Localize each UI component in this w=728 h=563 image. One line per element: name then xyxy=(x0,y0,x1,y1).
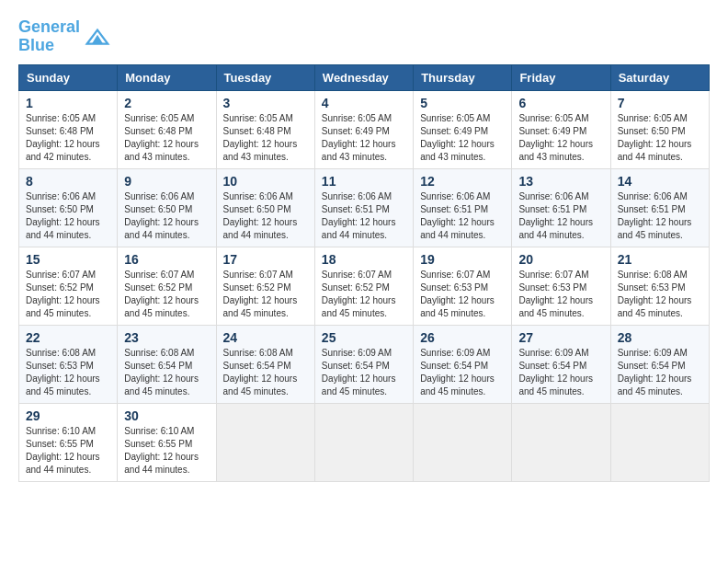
day-number: 27 xyxy=(518,330,603,345)
day-info: Sunrise: 6:06 AM Sunset: 6:51 PM Dayligh… xyxy=(618,191,692,240)
day-info: Sunrise: 6:05 AM Sunset: 6:50 PM Dayligh… xyxy=(618,113,692,162)
calendar-cell: 10 Sunrise: 6:06 AM Sunset: 6:50 PM Dayl… xyxy=(216,168,314,247)
calendar-cell: 18 Sunrise: 6:07 AM Sunset: 6:52 PM Dayl… xyxy=(314,247,413,325)
calendar-cell: 1 Sunrise: 6:05 AM Sunset: 6:48 PM Dayli… xyxy=(19,90,118,168)
day-info: Sunrise: 6:09 AM Sunset: 6:54 PM Dayligh… xyxy=(322,348,396,396)
day-info: Sunrise: 6:05 AM Sunset: 6:48 PM Dayligh… xyxy=(124,113,199,162)
calendar-cell: 24 Sunrise: 6:08 AM Sunset: 6:54 PM Dayl… xyxy=(216,325,314,403)
day-number: 13 xyxy=(518,174,603,189)
calendar-cell: 25 Sunrise: 6:09 AM Sunset: 6:54 PM Dayl… xyxy=(314,325,413,403)
calendar-cell: 26 Sunrise: 6:09 AM Sunset: 6:54 PM Dayl… xyxy=(414,325,512,403)
calendar-cell: 29 Sunrise: 6:10 AM Sunset: 6:55 PM Dayl… xyxy=(19,403,118,481)
calendar-cell: 27 Sunrise: 6:09 AM Sunset: 6:54 PM Dayl… xyxy=(512,325,610,403)
day-number: 2 xyxy=(124,96,209,110)
day-header-friday: Friday xyxy=(512,64,610,90)
day-header-monday: Monday xyxy=(118,64,216,90)
day-number: 9 xyxy=(124,174,209,189)
day-info: Sunrise: 6:07 AM Sunset: 6:52 PM Dayligh… xyxy=(26,270,100,318)
day-header-sunday: Sunday xyxy=(19,64,118,90)
page-header: General Blue xyxy=(18,18,710,55)
day-info: Sunrise: 6:05 AM Sunset: 6:49 PM Dayligh… xyxy=(518,113,593,162)
day-number: 12 xyxy=(420,174,505,189)
day-header-wednesday: Wednesday xyxy=(314,64,413,90)
day-info: Sunrise: 6:06 AM Sunset: 6:50 PM Dayligh… xyxy=(124,191,199,240)
logo-icon xyxy=(84,23,111,51)
calendar-week-4: 22 Sunrise: 6:08 AM Sunset: 6:53 PM Dayl… xyxy=(19,325,710,403)
calendar-cell xyxy=(314,403,413,481)
day-info: Sunrise: 6:05 AM Sunset: 6:49 PM Dayligh… xyxy=(420,113,495,162)
calendar-cell: 17 Sunrise: 6:07 AM Sunset: 6:52 PM Dayl… xyxy=(216,247,314,325)
day-info: Sunrise: 6:05 AM Sunset: 6:48 PM Dayligh… xyxy=(26,113,100,162)
calendar-week-5: 29 Sunrise: 6:10 AM Sunset: 6:55 PM Dayl… xyxy=(19,403,710,481)
day-number: 3 xyxy=(223,96,308,110)
calendar-cell: 16 Sunrise: 6:07 AM Sunset: 6:52 PM Dayl… xyxy=(118,247,216,325)
day-info: Sunrise: 6:07 AM Sunset: 6:52 PM Dayligh… xyxy=(322,270,396,318)
day-number: 6 xyxy=(518,96,603,110)
day-number: 7 xyxy=(618,96,702,110)
day-info: Sunrise: 6:08 AM Sunset: 6:54 PM Dayligh… xyxy=(124,348,199,396)
day-number: 25 xyxy=(322,330,406,345)
calendar-cell: 5 Sunrise: 6:05 AM Sunset: 6:49 PM Dayli… xyxy=(414,90,512,168)
day-number: 19 xyxy=(420,252,505,267)
day-number: 26 xyxy=(420,330,505,345)
calendar-cell xyxy=(216,403,314,481)
day-info: Sunrise: 6:06 AM Sunset: 6:50 PM Dayligh… xyxy=(223,191,298,240)
day-header-thursday: Thursday xyxy=(414,64,512,90)
calendar-cell: 12 Sunrise: 6:06 AM Sunset: 6:51 PM Dayl… xyxy=(414,168,512,247)
calendar-table: SundayMondayTuesdayWednesdayThursdayFrid… xyxy=(18,64,710,482)
calendar-week-3: 15 Sunrise: 6:07 AM Sunset: 6:52 PM Dayl… xyxy=(19,247,710,325)
day-number: 16 xyxy=(124,252,209,267)
day-of-week-header: SundayMondayTuesdayWednesdayThursdayFrid… xyxy=(19,64,710,90)
calendar-cell: 30 Sunrise: 6:10 AM Sunset: 6:55 PM Dayl… xyxy=(118,403,216,481)
day-number: 24 xyxy=(223,330,308,345)
calendar-week-2: 8 Sunrise: 6:06 AM Sunset: 6:50 PM Dayli… xyxy=(19,168,710,247)
calendar-body: 1 Sunrise: 6:05 AM Sunset: 6:48 PM Dayli… xyxy=(19,90,710,481)
day-number: 23 xyxy=(124,330,209,345)
calendar-cell: 8 Sunrise: 6:06 AM Sunset: 6:50 PM Dayli… xyxy=(19,168,118,247)
day-info: Sunrise: 6:05 AM Sunset: 6:49 PM Dayligh… xyxy=(322,113,396,162)
logo: General Blue xyxy=(18,18,111,55)
calendar-cell: 11 Sunrise: 6:06 AM Sunset: 6:51 PM Dayl… xyxy=(314,168,413,247)
calendar-cell: 20 Sunrise: 6:07 AM Sunset: 6:53 PM Dayl… xyxy=(512,247,610,325)
calendar-cell xyxy=(512,403,610,481)
logo-text: General Blue xyxy=(18,18,80,55)
calendar-cell: 13 Sunrise: 6:06 AM Sunset: 6:51 PM Dayl… xyxy=(512,168,610,247)
calendar-cell: 28 Sunrise: 6:09 AM Sunset: 6:54 PM Dayl… xyxy=(610,325,709,403)
day-info: Sunrise: 6:06 AM Sunset: 6:51 PM Dayligh… xyxy=(322,191,396,240)
day-info: Sunrise: 6:09 AM Sunset: 6:54 PM Dayligh… xyxy=(618,348,692,396)
day-number: 11 xyxy=(322,174,406,189)
calendar-cell: 2 Sunrise: 6:05 AM Sunset: 6:48 PM Dayli… xyxy=(118,90,216,168)
day-number: 29 xyxy=(26,408,110,423)
day-info: Sunrise: 6:05 AM Sunset: 6:48 PM Dayligh… xyxy=(223,113,298,162)
day-number: 8 xyxy=(26,174,110,189)
day-number: 20 xyxy=(518,252,603,267)
day-info: Sunrise: 6:08 AM Sunset: 6:54 PM Dayligh… xyxy=(223,348,298,396)
day-number: 18 xyxy=(322,252,406,267)
day-info: Sunrise: 6:10 AM Sunset: 6:55 PM Dayligh… xyxy=(26,426,100,475)
day-number: 10 xyxy=(223,174,308,189)
calendar-cell: 6 Sunrise: 6:05 AM Sunset: 6:49 PM Dayli… xyxy=(512,90,610,168)
day-number: 4 xyxy=(322,96,406,110)
day-number: 5 xyxy=(420,96,505,110)
day-header-tuesday: Tuesday xyxy=(216,64,314,90)
calendar-cell: 3 Sunrise: 6:05 AM Sunset: 6:48 PM Dayli… xyxy=(216,90,314,168)
day-info: Sunrise: 6:09 AM Sunset: 6:54 PM Dayligh… xyxy=(518,348,593,396)
calendar-cell: 22 Sunrise: 6:08 AM Sunset: 6:53 PM Dayl… xyxy=(19,325,118,403)
day-info: Sunrise: 6:08 AM Sunset: 6:53 PM Dayligh… xyxy=(26,348,100,396)
calendar-cell: 15 Sunrise: 6:07 AM Sunset: 6:52 PM Dayl… xyxy=(19,247,118,325)
day-info: Sunrise: 6:07 AM Sunset: 6:52 PM Dayligh… xyxy=(223,270,298,318)
calendar-cell xyxy=(414,403,512,481)
day-info: Sunrise: 6:07 AM Sunset: 6:53 PM Dayligh… xyxy=(420,270,495,318)
day-info: Sunrise: 6:08 AM Sunset: 6:53 PM Dayligh… xyxy=(618,270,692,318)
calendar-cell: 21 Sunrise: 6:08 AM Sunset: 6:53 PM Dayl… xyxy=(610,247,709,325)
day-info: Sunrise: 6:09 AM Sunset: 6:54 PM Dayligh… xyxy=(420,348,495,396)
calendar-cell: 23 Sunrise: 6:08 AM Sunset: 6:54 PM Dayl… xyxy=(118,325,216,403)
day-number: 17 xyxy=(223,252,308,267)
day-number: 15 xyxy=(26,252,110,267)
day-number: 30 xyxy=(124,408,209,423)
day-info: Sunrise: 6:07 AM Sunset: 6:52 PM Dayligh… xyxy=(124,270,199,318)
day-info: Sunrise: 6:06 AM Sunset: 6:51 PM Dayligh… xyxy=(518,191,593,240)
calendar-cell: 7 Sunrise: 6:05 AM Sunset: 6:50 PM Dayli… xyxy=(610,90,709,168)
day-info: Sunrise: 6:06 AM Sunset: 6:50 PM Dayligh… xyxy=(26,191,100,240)
day-info: Sunrise: 6:06 AM Sunset: 6:51 PM Dayligh… xyxy=(420,191,495,240)
